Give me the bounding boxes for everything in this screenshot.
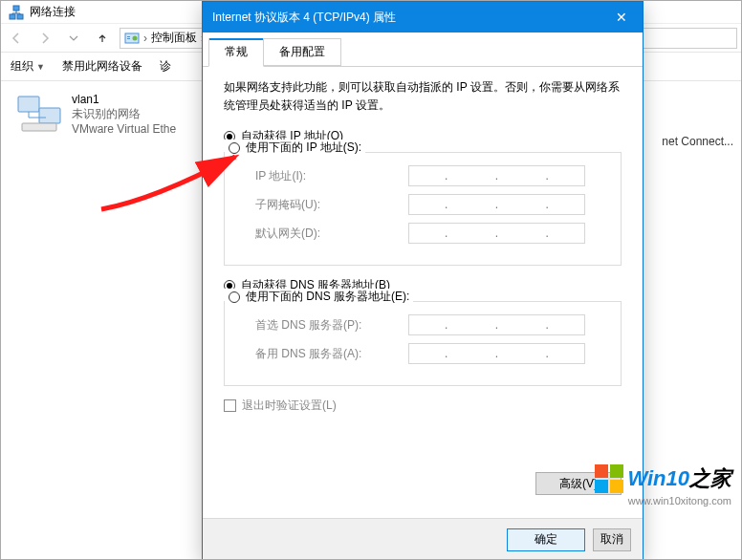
toolbar-disable-device[interactable]: 禁用此网络设备	[62, 58, 142, 75]
watermark: Win10之家 www.win10xitong.com	[595, 464, 731, 506]
svg-rect-2	[13, 6, 19, 11]
adapter-icon	[16, 93, 62, 133]
svg-rect-0	[10, 14, 15, 19]
side-truncated-text: net Connect...	[662, 135, 733, 148]
adapter-desc: VMware Virtual Ethe	[72, 122, 176, 136]
input-dns-preferred: ...	[408, 314, 585, 335]
network-adapter-item[interactable]: vlan1 未识别的网络 VMware Virtual Ethe	[14, 91, 225, 138]
label-subnet-mask: 子网掩码(U):	[255, 197, 408, 213]
toolbar-diagnose[interactable]: 诊	[160, 58, 171, 75]
svg-rect-5	[127, 38, 130, 39]
radio-dot-icon	[229, 291, 240, 303]
dialog-footer: 确定 取消	[203, 518, 643, 560]
toolbar-organize[interactable]: 组织▼	[11, 58, 45, 75]
radio-dot-icon	[229, 142, 240, 154]
input-default-gateway: ...	[408, 223, 585, 244]
input-dns-alternate: ...	[408, 343, 585, 364]
label-default-gateway: 默认网关(D):	[255, 226, 408, 242]
svg-point-6	[133, 35, 138, 40]
label-dns-preferred: 首选 DNS 服务器(P):	[255, 317, 408, 334]
network-icon	[9, 5, 24, 20]
svg-rect-8	[39, 108, 60, 123]
label-ip-address: IP 地址(I):	[255, 168, 408, 184]
input-subnet-mask: ...	[408, 194, 585, 215]
radio-dns-manual[interactable]: 使用下面的 DNS 服务器地址(E):	[225, 289, 413, 305]
tab-strip: 常规 备用配置	[203, 32, 643, 67]
svg-rect-7	[18, 97, 39, 112]
nav-back[interactable]	[5, 27, 28, 50]
watermark-url: www.win10xitong.com	[595, 495, 731, 506]
radio-ip-manual[interactable]: 使用下面的 IP 地址(S):	[225, 140, 365, 156]
ip-group: 使用下面的 IP 地址(S): IP 地址(I): ... 子网掩码(U): .…	[224, 152, 622, 266]
tab-alternate[interactable]: 备用配置	[263, 38, 341, 66]
ok-button[interactable]: 确定	[507, 528, 585, 551]
nav-up[interactable]	[91, 27, 114, 50]
adapter-status: 未识别的网络	[72, 106, 176, 122]
intro-text: 如果网络支持此功能，则可以获取自动指派的 IP 设置。否则，你需要从网络系统管理…	[224, 78, 622, 115]
nav-recent[interactable]	[62, 27, 85, 50]
nav-forward[interactable]	[33, 27, 56, 50]
close-button[interactable]: ✕	[600, 2, 643, 32]
checkbox-validate-on-exit[interactable]: 退出时验证设置(L)	[224, 398, 622, 414]
input-ip-address: ...	[408, 165, 585, 186]
dns-group: 使用下面的 DNS 服务器地址(E): 首选 DNS 服务器(P): ... 备…	[224, 301, 622, 386]
svg-rect-4	[127, 36, 130, 37]
svg-rect-9	[22, 123, 56, 131]
adapter-name: vlan1	[72, 93, 176, 106]
control-panel-icon	[124, 31, 140, 46]
cancel-button[interactable]: 取消	[593, 528, 631, 551]
dialog-titlebar: Internet 协议版本 4 (TCP/IPv4) 属性 ✕	[203, 2, 643, 32]
ipv4-properties-dialog: Internet 协议版本 4 (TCP/IPv4) 属性 ✕ 常规 备用配置 …	[202, 1, 644, 560]
label-dns-alternate: 备用 DNS 服务器(A):	[255, 346, 408, 362]
breadcrumb-sep: ›	[143, 32, 147, 45]
breadcrumb-root[interactable]: 控制面板	[151, 30, 197, 46]
checkbox-icon	[224, 399, 236, 412]
explorer-title: 网络连接	[30, 4, 76, 20]
windows-logo-icon	[595, 464, 623, 493]
dialog-title-text: Internet 协议版本 4 (TCP/IPv4) 属性	[212, 10, 396, 26]
tab-general[interactable]: 常规	[208, 38, 264, 67]
svg-rect-1	[17, 14, 23, 19]
